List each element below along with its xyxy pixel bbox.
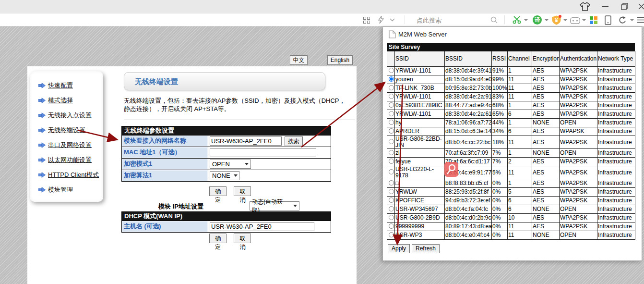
channel-cell: 11 xyxy=(508,222,532,231)
channel-cell: 6 xyxy=(508,205,532,214)
sidebar-item[interactable]: 快速配置 xyxy=(38,78,99,93)
translate-dropdown-icon[interactable] xyxy=(545,19,549,21)
menu-icon[interactable] xyxy=(637,17,644,23)
search-icon[interactable] xyxy=(490,16,498,24)
sta-cancel-button[interactable]: 取消 xyxy=(234,186,251,196)
sidebar-item[interactable]: 模式选择 xyxy=(38,93,99,108)
ssid-radio[interactable] xyxy=(389,198,394,203)
rssi-cell: 0% xyxy=(492,197,508,205)
network-type-cell: Infrastructure xyxy=(597,149,635,158)
minimize-button[interactable] xyxy=(602,6,608,7)
survey-tbody: YRWLW-1101 d8:38:0d:4e:39:41 91% 1 AES W… xyxy=(387,67,635,240)
network-type-cell: Infrastructure xyxy=(597,205,635,214)
sidebar-item[interactable]: 以太网功能设置 xyxy=(38,152,99,167)
mac-input[interactable] xyxy=(210,148,316,157)
rssi-cell: 100% xyxy=(492,84,508,93)
channel-cell: 11 xyxy=(508,231,532,240)
scissors-icon[interactable] xyxy=(513,16,521,24)
authentication-cell: WPA2PSK xyxy=(560,75,597,84)
authentication-cell: WPA2PSK xyxy=(560,158,597,166)
apps-grid-icon[interactable] xyxy=(363,17,370,24)
bssid-cell: b8:f8:83:bb:d5:cf xyxy=(445,179,492,188)
chevron-down-icon[interactable] xyxy=(390,18,395,22)
survey-row: □ b8:f8:83:bb:d5:cf 0% 1 AES WPA2PSK Inf… xyxy=(387,179,635,188)
ssid-radio[interactable] xyxy=(389,223,394,229)
lang-chinese-button[interactable]: 中文 xyxy=(290,55,308,65)
sidebar-item[interactable]: 无线接入点设置 xyxy=(38,108,99,123)
ssid-radio[interactable] xyxy=(389,85,394,90)
dhcp-cancel-button[interactable]: 取消 xyxy=(234,234,251,243)
ssid-search-button[interactable]: 搜索 xyxy=(285,136,303,146)
refresh-button[interactable]: Refresh xyxy=(412,244,440,253)
ssid-radio[interactable] xyxy=(389,76,394,82)
apply-button[interactable]: Apply xyxy=(388,244,410,253)
lang-english-button[interactable]: English xyxy=(327,55,353,65)
search-input[interactable]: 点此搜索 xyxy=(417,16,441,25)
ssid-cell: 999999999 xyxy=(395,222,445,231)
ssid-radio[interactable] xyxy=(389,159,394,164)
sidebar-item[interactable]: 串口及网络设置 xyxy=(38,137,99,152)
page-title: 无线终端设置 xyxy=(135,77,178,86)
ssid-cell: 0xE59381E7898C xyxy=(395,101,445,110)
ssid-radio[interactable] xyxy=(389,169,394,174)
encryption-cell: NONE xyxy=(532,149,560,158)
scissors-dropdown-icon[interactable] xyxy=(524,19,528,21)
ssid-radio[interactable] xyxy=(389,206,394,211)
close-button[interactable] xyxy=(638,3,644,10)
network-type-cell: Infrastructure xyxy=(597,158,635,166)
blue-arrow-icon xyxy=(38,98,46,103)
authentication-cell: WPA2PSK xyxy=(560,136,597,149)
channel-cell: 11 xyxy=(508,84,532,93)
encryption-cell: AES xyxy=(532,136,560,149)
dropdown-arrow-icon xyxy=(234,174,238,177)
ssid-radio[interactable] xyxy=(389,180,394,185)
channel-cell: 6 xyxy=(508,127,532,136)
sidebar-item[interactable]: HTTPD Client模式 xyxy=(38,167,99,182)
ssid-radio[interactable] xyxy=(389,232,394,237)
ssid-radio[interactable] xyxy=(389,189,394,194)
encryption-cell: AES xyxy=(532,158,560,166)
sidebar-item[interactable]: 模块管理 xyxy=(38,182,99,197)
restore-button[interactable] xyxy=(621,3,628,10)
ssid-cell: USR-WP3 xyxy=(395,231,445,240)
sta-ok-button[interactable]: 确定 xyxy=(209,186,227,196)
wan-mode-select[interactable]: 动态(自动获取) xyxy=(250,201,299,210)
hostname-input[interactable] xyxy=(210,222,314,231)
ssid-radio[interactable] xyxy=(389,128,394,134)
controller-dropdown-icon[interactable] xyxy=(582,19,586,21)
channel-cell: 6 xyxy=(508,110,532,119)
ssid-radio[interactable] xyxy=(389,94,394,99)
encryption-mode-select[interactable]: OPEN xyxy=(210,160,251,169)
ssid-cell: TP-LINK_730B xyxy=(395,84,445,93)
ssid-radio[interactable] xyxy=(389,68,394,73)
mobile-phone-icon[interactable] xyxy=(605,15,611,25)
survey-row: USR-WP3 d8:b0:4c:e0:4f:c4 0% 11 NONE OPE… xyxy=(387,231,635,240)
undo-icon[interactable] xyxy=(618,16,626,24)
ssid-radio[interactable] xyxy=(389,120,394,125)
ssid-cell: YRWLW xyxy=(395,188,445,197)
lightning-icon[interactable] xyxy=(378,16,384,24)
encryption-cell: AES xyxy=(532,93,560,101)
ssid-radio[interactable] xyxy=(389,215,394,220)
ssid-radio[interactable] xyxy=(389,102,394,108)
ssid-radio[interactable] xyxy=(389,111,394,116)
channel-cell: 10 xyxy=(508,214,532,222)
sidebar-item-label: 以太网功能设置 xyxy=(48,156,92,164)
colored-grid-icon[interactable] xyxy=(590,16,597,24)
translate-icon[interactable]: 译 xyxy=(533,15,542,25)
game-controller-icon[interactable] xyxy=(570,17,580,24)
sidebar-item[interactable]: 无线终端设置 xyxy=(38,123,99,137)
survey-row: zl 70:af:6a:3f:c7:09 7% 1 NONE OPEN Infr… xyxy=(387,149,635,158)
network-type-cell: Infrastructure xyxy=(597,101,635,110)
dhcp-ok-button[interactable]: 确定 xyxy=(209,234,227,243)
channel-cell: 1 xyxy=(508,119,532,127)
shield-dropdown-icon[interactable] xyxy=(563,19,567,21)
skin-icon[interactable] xyxy=(580,2,590,11)
sidebar: 快速配置 模式选择 无线接入点设置 无线终端设置 xyxy=(30,71,103,202)
ssid-radio[interactable] xyxy=(389,139,394,144)
encryption-alg-select[interactable]: NONE xyxy=(210,171,239,180)
blue-arrow-icon xyxy=(38,142,46,148)
ssid-radio[interactable] xyxy=(389,150,394,155)
ssid-input[interactable] xyxy=(210,136,282,146)
undo-dropdown-icon[interactable] xyxy=(630,19,634,21)
